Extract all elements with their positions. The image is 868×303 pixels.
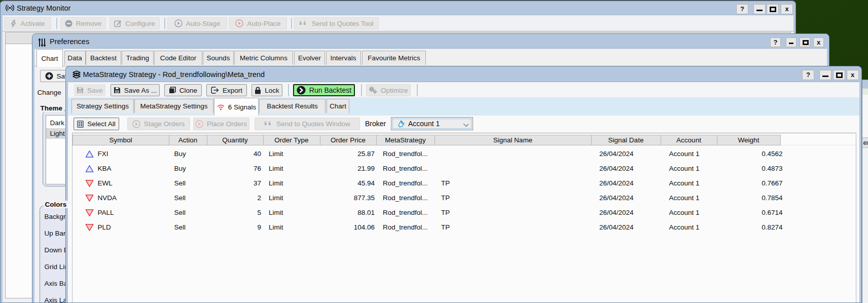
help-button[interactable]: ? <box>736 4 748 14</box>
maximize-button[interactable] <box>800 37 810 47</box>
signal-row[interactable]: FXI Buy 40 Limit 25.87 Rod_trendfol... 2… <box>73 146 856 161</box>
close-button[interactable]: x <box>813 37 824 47</box>
play-circle-icon <box>132 120 140 128</box>
minimize-icon <box>789 43 793 44</box>
minimize-icon <box>822 75 828 77</box>
stage-orders-button[interactable]: Stage Orders <box>127 118 190 130</box>
tab-metastrategy-settings[interactable]: MetaStrategy Settings <box>134 99 213 113</box>
label: Data <box>67 54 82 62</box>
optimize-button[interactable]: Optimize <box>366 84 411 96</box>
cell-quantity: 5 <box>208 205 265 220</box>
label: Code Editor <box>160 54 196 62</box>
label: Remove <box>76 20 101 27</box>
tab-signals[interactable]: 6 Signals <box>214 98 259 116</box>
column-header-account[interactable]: Account <box>661 135 717 145</box>
cell-metastrategy: Rod_trendfol... <box>379 191 438 205</box>
label: Send to Quotes Window <box>276 120 350 128</box>
column-header-metastrategy[interactable]: MetaStrategy <box>376 135 435 145</box>
label: ? <box>740 5 744 13</box>
column-header-quantity[interactable]: Quantity <box>207 135 264 145</box>
help-button[interactable]: ? <box>802 70 814 80</box>
send-to-quotes-window-button[interactable]: Send to Quotes Window <box>255 118 360 130</box>
save-as-button[interactable]: Save As ... <box>111 84 160 96</box>
close-button[interactable]: x <box>847 70 859 80</box>
column-header-order-type[interactable]: Order Type <box>263 135 320 145</box>
export-icon <box>211 87 219 94</box>
remove-button[interactable]: Remove <box>60 17 106 29</box>
label: Rod_trendfol... <box>383 209 428 216</box>
preferences-titlebar[interactable]: Preferences ? x <box>32 34 829 49</box>
strategy-monitor-titlebar[interactable]: Strategy Monitor ? x <box>1 1 795 15</box>
gears-icon <box>369 86 377 94</box>
column-header-weight[interactable]: Weight <box>717 135 781 145</box>
tab-chart[interactable]: Chart <box>37 49 63 67</box>
toolbar-separator <box>291 18 292 29</box>
tab-data[interactable]: Data <box>64 51 86 65</box>
column-header-action[interactable]: Action <box>169 135 207 145</box>
auto-place-button[interactable]: Auto-Place <box>229 17 287 29</box>
cell-order-price: 21.99 <box>322 161 379 176</box>
cell-action: Sell <box>169 176 208 191</box>
signal-row[interactable]: KBA Buy 76 Limit 21.99 Rod_trendfol... 2… <box>73 161 856 176</box>
minimize-button[interactable] <box>819 70 831 80</box>
close-button[interactable]: x <box>781 4 793 14</box>
tab-strategy-settings[interactable]: Strategy Settings <box>71 99 134 113</box>
background-window-fragment: er <box>862 80 868 303</box>
cell-account: Account 1 <box>665 205 721 220</box>
lock-button[interactable]: Lock <box>251 84 282 96</box>
label: Account 1 <box>669 223 700 231</box>
preferences-tabstrip: Chart Data Backtest Trading Code Editor … <box>34 49 827 66</box>
tab-metric-columns[interactable]: Metric Columns <box>234 51 293 65</box>
column-header-order-price[interactable]: Order Price <box>320 135 377 145</box>
save-button[interactable]: Save <box>74 84 105 96</box>
tab-backtest[interactable]: Backtest <box>86 51 121 65</box>
export-button[interactable]: Export <box>206 84 247 96</box>
cell-metastrategy: Rod_trendfol... <box>379 146 438 161</box>
tab-favourite-metrics[interactable]: Favourite Metrics <box>362 51 426 65</box>
label: x <box>785 5 788 13</box>
signals-table-header: Symbol Action Quantity Order Type Order … <box>73 135 856 146</box>
cell-signal-date: 26/04/2024 <box>595 191 665 205</box>
cell-signal-date: 26/04/2024 <box>595 220 665 235</box>
label: Chart <box>330 102 346 110</box>
cell-weight: 0.4562 <box>721 146 785 161</box>
help-button[interactable]: ? <box>770 37 781 47</box>
column-header-signal-name[interactable]: Signal Name <box>435 135 592 145</box>
tab-sounds[interactable]: Sounds <box>203 51 234 65</box>
configure-button[interactable]: Configure <box>110 17 160 29</box>
minimize-button[interactable] <box>786 37 797 47</box>
tab-evolver[interactable]: Evolver <box>294 51 325 65</box>
maximize-icon <box>803 40 809 45</box>
broker-select[interactable]: Account 1 <box>391 117 473 130</box>
select-all-button[interactable]: Select All <box>74 118 119 130</box>
label: Signal Name <box>493 136 532 144</box>
place-orders-button[interactable]: Place Orders <box>193 118 249 130</box>
auto-stage-button[interactable]: Auto-Stage <box>167 17 227 29</box>
tab-intervals[interactable]: Intervals <box>326 51 361 65</box>
tab-chart[interactable]: Chart <box>327 99 349 113</box>
signal-row[interactable]: EWL Sell 37 Limit 45.94 Rod_trendfol... … <box>73 176 856 191</box>
label: Limit <box>269 209 283 216</box>
clone-button[interactable]: Clone <box>164 84 202 96</box>
tab-code-editor[interactable]: Code Editor <box>154 51 202 65</box>
tab-trading[interactable]: Trading <box>122 51 154 65</box>
label: 0.7667 <box>762 179 782 187</box>
run-backtest-button[interactable]: Run Backtest <box>293 84 355 96</box>
cell-action: Sell <box>169 205 208 220</box>
column-header-signal-date[interactable]: Signal Date <box>591 135 661 145</box>
metastrategy-window: MetaStrategy Strategy - Rod_trendfollowi… <box>65 66 862 303</box>
fragment-body <box>862 148 868 303</box>
metastrategy-titlebar[interactable]: MetaStrategy Strategy - Rod_trendfollowi… <box>66 66 861 83</box>
signal-row[interactable]: NVDA Sell 2 Limit 877.35 Rod_trendfol...… <box>73 191 856 205</box>
tab-backtest-results[interactable]: Backtest Results <box>259 99 326 113</box>
minimize-button[interactable] <box>753 4 766 14</box>
symbol-label: FXI <box>98 150 108 158</box>
activate-button[interactable]: Activate <box>4 17 51 29</box>
column-header-symbol[interactable]: Symbol <box>73 135 169 145</box>
maximize-button[interactable] <box>833 70 845 80</box>
maximize-button[interactable] <box>767 4 779 14</box>
save-icon <box>77 87 84 94</box>
signal-row[interactable]: PALL Sell 5 Limit 88.01 Rod_trendfol... … <box>73 205 856 220</box>
signal-row[interactable]: PLD Sell 9 Limit 104.06 Rod_trendfol... … <box>73 220 856 235</box>
send-to-quotes-tool-button[interactable]: Send to Quotes Tool <box>294 17 379 29</box>
